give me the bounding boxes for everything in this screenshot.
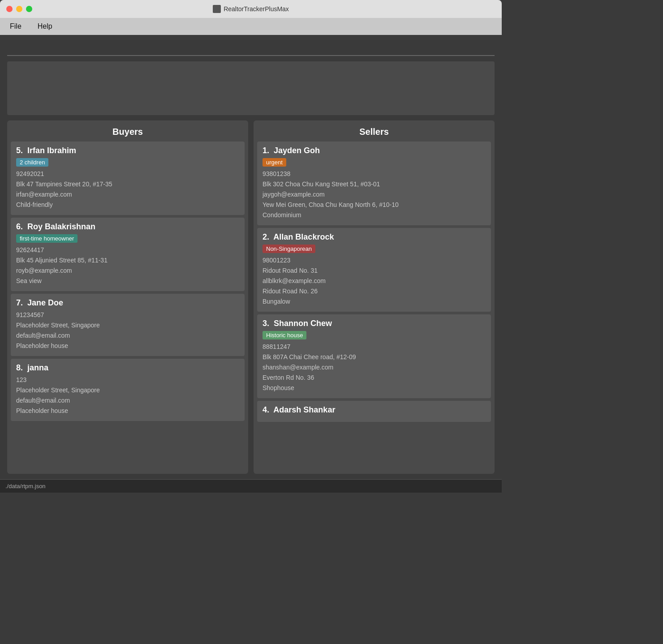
status-text: ./data/rtpm.json bbox=[5, 483, 46, 489]
minimize-button[interactable] bbox=[16, 6, 22, 12]
sellers-list: 1. Jayden Gohurgent93801238Blk 302 Choa … bbox=[254, 142, 495, 474]
card-phone: 92624417 bbox=[16, 245, 239, 255]
card-note: Condominium bbox=[263, 210, 486, 220]
app-icon bbox=[213, 5, 221, 13]
card-address: Blk 807A Chai Chee road, #12-09 bbox=[263, 352, 486, 362]
card-phone: 93801238 bbox=[263, 169, 486, 179]
card-address: Blk 302 Choa Chu Kang Street 51, #03-01 bbox=[263, 180, 486, 189]
card-name: 7. Jane Doe bbox=[16, 298, 239, 308]
card-name: 2. Allan Blackrock bbox=[263, 232, 486, 242]
card-address: Blk 45 Aljunied Street 85, #11-31 bbox=[16, 256, 239, 265]
search-container bbox=[7, 40, 495, 56]
seller-card[interactable]: 4. Adarsh Shankar bbox=[257, 401, 491, 422]
search-input[interactable] bbox=[7, 43, 495, 52]
close-button[interactable] bbox=[6, 6, 13, 12]
card-name: 4. Adarsh Shankar bbox=[263, 405, 486, 415]
seller-card[interactable]: 2. Allan BlackrockNon-Singaporean9800122… bbox=[257, 228, 491, 312]
card-address: Placeholder Street, Singapore bbox=[16, 386, 239, 395]
chart-area bbox=[7, 61, 495, 115]
buyers-header: Buyers bbox=[7, 120, 248, 142]
status-bar: ./data/rtpm.json bbox=[0, 479, 502, 493]
sellers-header: Sellers bbox=[254, 120, 495, 142]
card-email: shanshan@example.com bbox=[263, 363, 486, 372]
card-name: 5. Irfan Ibrahim bbox=[16, 146, 239, 155]
card-phone: 98001223 bbox=[263, 256, 486, 265]
card-name: 1. Jayden Goh bbox=[263, 146, 486, 155]
buyers-list: 5. Irfan Ibrahim2 children92492021Blk 47… bbox=[7, 142, 248, 474]
card-note: Shophouse bbox=[263, 383, 486, 393]
card-badge: urgent bbox=[263, 158, 286, 167]
card-name: 6. Roy Balakrishnan bbox=[16, 222, 239, 232]
app-title: RealtorTrackerPlusMax bbox=[213, 5, 289, 13]
card-phone: 91234567 bbox=[16, 310, 239, 320]
title-bar: RealtorTrackerPlusMax bbox=[0, 0, 502, 18]
file-menu[interactable]: File bbox=[7, 21, 24, 32]
card-badge: 2 children bbox=[16, 158, 48, 167]
card-badge: Historic house bbox=[263, 331, 306, 339]
buyers-column: Buyers 5. Irfan Ibrahim2 children9249202… bbox=[7, 120, 248, 474]
card-address2: Everton Rd No. 36 bbox=[263, 373, 486, 382]
card-note: Bungalow bbox=[263, 297, 486, 306]
card-email: allblkrk@example.com bbox=[263, 276, 486, 286]
card-badge: Non-Singaporean bbox=[263, 245, 315, 253]
buyer-card[interactable]: 8. janna123Placeholder Street, Singapore… bbox=[11, 359, 245, 421]
card-note: Placeholder house bbox=[16, 406, 239, 416]
card-name: 8. janna bbox=[16, 363, 239, 373]
card-phone: 88811247 bbox=[263, 342, 486, 352]
card-note: Child-friendly bbox=[16, 200, 239, 210]
card-name: 3. Shannon Chew bbox=[263, 319, 486, 328]
buyer-card[interactable]: 7. Jane Doe91234567Placeholder Street, S… bbox=[11, 294, 245, 356]
columns-wrapper: Buyers 5. Irfan Ibrahim2 children9249202… bbox=[7, 120, 495, 474]
card-phone: 123 bbox=[16, 375, 239, 385]
sellers-column: Sellers 1. Jayden Gohurgent93801238Blk 3… bbox=[254, 120, 495, 474]
seller-card[interactable]: 1. Jayden Gohurgent93801238Blk 302 Choa … bbox=[257, 142, 491, 225]
card-badge: first-time homeowner bbox=[16, 234, 77, 243]
help-menu[interactable]: Help bbox=[35, 21, 55, 32]
title-text: RealtorTrackerPlusMax bbox=[224, 5, 289, 13]
card-phone: 92492021 bbox=[16, 169, 239, 179]
card-email: royb@example.com bbox=[16, 266, 239, 275]
card-address2: Yew Mei Green, Choa Chu Kang North 6, #1… bbox=[263, 200, 486, 210]
menu-bar: File Help bbox=[0, 18, 502, 35]
buyer-card[interactable]: 6. Roy Balakrishnanfirst-time homeowner9… bbox=[11, 218, 245, 291]
seller-card[interactable]: 3. Shannon ChewHistoric house88811247Blk… bbox=[257, 314, 491, 398]
card-email: default@email.com bbox=[16, 331, 239, 340]
card-email: default@email.com bbox=[16, 396, 239, 405]
card-address: Blk 47 Tampines Street 20, #17-35 bbox=[16, 180, 239, 189]
card-address2: Ridout Road No. 26 bbox=[263, 287, 486, 296]
window-controls bbox=[6, 6, 32, 12]
buyer-card[interactable]: 5. Irfan Ibrahim2 children92492021Blk 47… bbox=[11, 142, 245, 215]
card-note: Sea view bbox=[16, 276, 239, 286]
maximize-button[interactable] bbox=[26, 6, 32, 12]
card-note: Placeholder house bbox=[16, 341, 239, 351]
card-address: Placeholder Street, Singapore bbox=[16, 321, 239, 330]
card-address: Ridout Road No. 31 bbox=[263, 266, 486, 275]
card-email: irfan@example.com bbox=[16, 190, 239, 199]
search-bar bbox=[0, 35, 502, 56]
card-email: jaygoh@example.com bbox=[263, 190, 486, 199]
